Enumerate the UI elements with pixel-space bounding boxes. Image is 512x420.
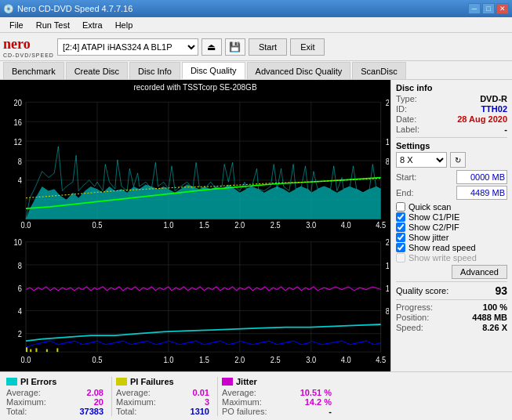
pi-failures-label: PI Failures [130,377,174,386]
show-read-speed-label: Show read speed [409,243,476,252]
divider3 [396,299,507,300]
svg-text:16: 16 [13,118,21,126]
menu-file[interactable]: File [3,19,30,31]
quick-scan-label: Quick scan [409,202,451,212]
svg-text:2.5: 2.5 [271,355,281,364]
show-read-speed-row: Show read speed [396,243,507,252]
po-failures-label: PO failures: [222,407,267,416]
tab-create-disc[interactable]: Create Disc [66,62,128,79]
speed-row2: Speed: 8.26 X [396,323,507,332]
svg-text:4: 4 [18,306,23,316]
refresh-button[interactable]: ↻ [450,152,466,168]
show-c1-checkbox[interactable] [396,212,405,222]
show-write-speed-checkbox[interactable] [396,253,405,262]
svg-text:6: 6 [18,284,23,293]
advanced-button[interactable]: Advanced [452,265,507,279]
jitter-avg-label: Average: [222,388,256,397]
start-input[interactable] [456,170,507,184]
pi-failures-avg-value: 0.01 [193,388,209,397]
titlebar: 💿 Nero CD-DVD Speed 4.7.7.16 ─ □ ✕ [0,0,512,17]
pi-errors-label: PI Errors [20,377,56,386]
tab-benchmark[interactable]: Benchmark [3,62,64,79]
pi-errors-max-value: 20 [94,397,103,407]
divider1 [396,137,507,138]
divider2 [396,281,507,282]
progress-value: 100 % [483,302,507,312]
show-c2-row: Show C2/PIF [396,223,507,232]
jitter-group: Jitter Average: 10.51 % Maximum: 14.2 % … [222,377,332,416]
show-jitter-label: Show jitter [409,233,448,242]
show-write-speed-row: Show write speed [396,253,507,262]
tab-disc-quality[interactable]: Disc Quality [182,62,245,79]
svg-text:4.0: 4.0 [341,221,351,230]
progress-label: Progress: [396,302,433,312]
titlebar-title: 💿 Nero CD-DVD Speed 4.7.7.16 [3,4,133,14]
right-panel: Disc info Type: DVD-R ID: TTH02 Date: 28… [390,80,512,371]
minimize-button[interactable]: ─ [468,3,481,14]
svg-text:12: 12 [386,284,389,293]
start-button[interactable]: Start [249,38,287,56]
disc-date-value: 28 Aug 2020 [457,114,507,124]
show-c2-checkbox[interactable] [396,223,405,232]
tab-scan-disc[interactable]: ScanDisc [352,62,405,79]
svg-rect-65 [35,348,37,352]
svg-text:20: 20 [386,237,389,247]
show-jitter-checkbox[interactable] [396,233,405,242]
speed-label: Speed: [396,323,423,332]
svg-text:12: 12 [13,137,21,146]
save-button[interactable]: 💾 [225,38,245,56]
toolbar: nero CD-DVD/SPEED [2:4] ATAPI iHAS324 A … [0,33,512,61]
menu-run-test[interactable]: Run Test [30,19,76,31]
svg-text:0.5: 0.5 [92,221,102,230]
tab-advanced-disc-quality[interactable]: Advanced Disc Quality [247,62,351,79]
disc-type-row: Type: DVD-R [396,94,507,103]
menu-extra[interactable]: Extra [76,19,109,31]
svg-rect-66 [46,349,48,352]
start-label: Start: [396,172,416,182]
svg-text:0.0: 0.0 [21,221,31,230]
pi-failures-max-label: Maximum: [116,397,156,407]
exit-button[interactable]: Exit [290,38,325,56]
pi-failures-total-label: Total: [116,407,136,416]
svg-text:20: 20 [13,98,22,107]
show-read-speed-checkbox[interactable] [396,243,405,252]
drive-select[interactable]: [2:4] ATAPI iHAS324 A BL1P [57,38,198,56]
end-input[interactable] [456,186,507,200]
svg-text:2.5: 2.5 [271,221,281,230]
end-row: End: [396,186,507,200]
pi-errors-avg-label: Average: [6,388,41,397]
pi-failures-color [116,378,127,386]
quick-scan-row: Quick scan [396,202,507,212]
position-row: Position: 4488 MB [396,313,507,322]
disc-id-value: TTH02 [481,104,507,114]
bottom-chart: 10 8 6 4 2 20 16 12 8 0.0 0.5 1.0 1.5 2.… [2,233,389,371]
speed-value: 8.26 X [482,323,507,332]
position-value: 4488 MB [472,313,507,322]
svg-text:20: 20 [386,98,389,107]
svg-text:0.5: 0.5 [92,355,102,364]
jitter-max-label: Maximum: [222,397,262,407]
disc-date-label: Date: [396,114,416,124]
svg-text:8: 8 [18,157,22,165]
speed-select[interactable]: 8 X [396,152,447,168]
svg-text:3.0: 3.0 [306,221,316,230]
close-button[interactable]: ✕ [496,3,509,14]
eject-button[interactable]: ⏏ [202,38,222,56]
stats-bar: PI Errors Average: 2.08 Maximum: 20 Tota… [0,371,512,420]
show-jitter-row: Show jitter [396,233,507,242]
po-failures-value: - [329,407,332,416]
disc-date-row: Date: 28 Aug 2020 [396,114,507,124]
menu-help[interactable]: Help [109,19,140,31]
tab-disc-info[interactable]: Disc Info [129,62,180,79]
quick-scan-checkbox[interactable] [396,202,405,212]
svg-rect-32 [2,233,389,371]
bottom-chart-svg: 10 8 6 4 2 20 16 12 8 0.0 0.5 1.0 1.5 2.… [2,233,389,371]
svg-text:12: 12 [386,137,389,146]
disc-label-label: Label: [396,125,419,134]
logo: nero CD-DVD/SPEED [3,36,54,58]
disc-type-label: Type: [396,94,417,103]
end-label: End: [396,188,414,197]
pi-errors-group: PI Errors Average: 2.08 Maximum: 20 Tota… [6,377,112,416]
maximize-button[interactable]: □ [482,3,495,14]
jitter-max-value: 14.2 % [305,397,332,407]
